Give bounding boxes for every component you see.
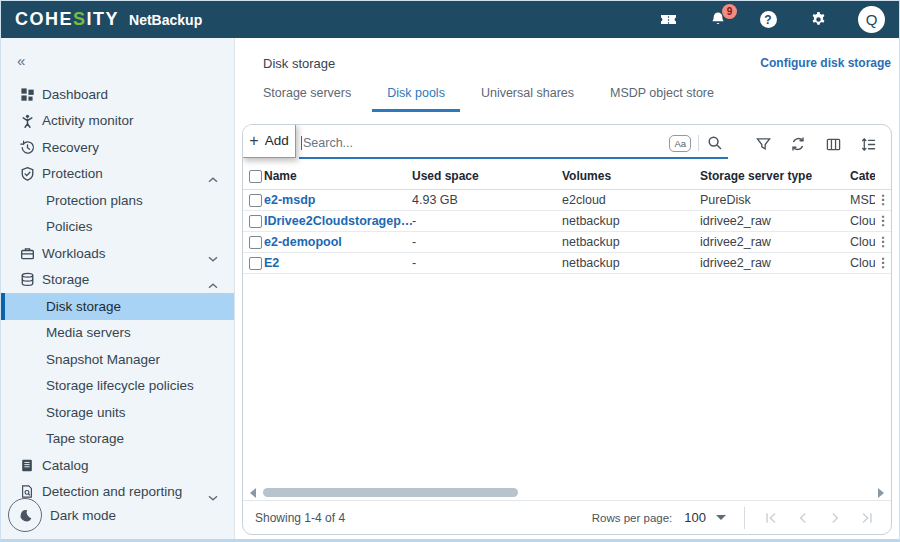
add-button-label: Add (265, 133, 289, 148)
row-menu-icon[interactable] (877, 213, 890, 228)
toolbar-actions (754, 135, 877, 153)
row-checkbox[interactable] (249, 257, 262, 270)
row-menu-icon[interactable] (877, 192, 890, 207)
add-button[interactable]: + Add (242, 124, 296, 158)
dark-mode-toggle[interactable]: Dark mode (8, 498, 116, 532)
settings-gear-icon[interactable] (808, 10, 828, 30)
sidebar-item-media-servers[interactable]: Media servers (1, 320, 234, 347)
sidebar-item-storage[interactable]: Storage (1, 267, 234, 294)
search-icon[interactable] (706, 134, 724, 152)
row-checkbox[interactable] (249, 236, 262, 249)
help-question-glyph: ? (760, 11, 777, 28)
last-page-icon[interactable] (855, 506, 879, 530)
disk-pool-name-link[interactable]: IDrivee2Cloudstoragep… (264, 214, 412, 228)
column-header-category[interactable]: Categ (850, 169, 875, 183)
brand-suffix: ITY (87, 9, 120, 29)
row-checkbox[interactable] (249, 194, 262, 207)
scroll-right-arrow-icon[interactable] (875, 487, 887, 499)
notifications-bell-icon[interactable]: 9 (708, 10, 728, 30)
volumes-cell: e2cloud (562, 193, 700, 207)
text-caret (301, 136, 302, 150)
tab-disk-pools[interactable]: Disk pools (372, 86, 460, 112)
pager (759, 506, 879, 530)
row-checkbox[interactable] (249, 215, 262, 228)
disk-pool-name-link[interactable]: e2-msdp (264, 193, 315, 207)
help-icon[interactable]: ? (758, 10, 778, 30)
configure-disk-storage-link[interactable]: Configure disk storage (760, 56, 891, 70)
pagination-controls: Rows per page: 100 (592, 506, 879, 530)
scrollbar-track[interactable] (263, 488, 871, 497)
tab-storage-servers[interactable]: Storage servers (248, 86, 366, 112)
caret-down-icon (716, 515, 726, 520)
next-page-icon[interactable] (823, 506, 847, 530)
filter-icon[interactable] (754, 135, 772, 153)
used-space-cell: - (412, 214, 562, 228)
tab-universal-shares[interactable]: Universal shares (466, 86, 589, 112)
disk-pools-table-card: + Add Aa (242, 124, 892, 535)
sidebar-item-protection-plans[interactable]: Protection plans (1, 187, 234, 214)
refresh-icon[interactable] (789, 135, 807, 153)
scroll-left-arrow-icon[interactable] (247, 487, 259, 499)
category-cell: Clou (850, 235, 875, 249)
sidebar-item-recovery[interactable]: Recovery (1, 134, 234, 161)
sidebar-item-storage-units[interactable]: Storage units (1, 399, 234, 426)
sidebar-collapse-button[interactable]: « (17, 52, 37, 69)
moon-icon (8, 498, 42, 532)
server-type-cell: idrivee2_raw (700, 235, 850, 249)
sidebar-item-label: Activity monitor (42, 113, 134, 128)
used-space-cell: 4.93 GB (412, 193, 562, 207)
notification-count-badge: 9 (722, 4, 737, 19)
rows-per-page-select[interactable]: 100 (684, 510, 726, 525)
tab-bar: Storage servers Disk pools Universal sha… (235, 82, 899, 112)
sidebar-item-tape-storage[interactable]: Tape storage (1, 426, 234, 453)
sidebar-item-storage-lifecycle-policies[interactable]: Storage lifecycle policies (1, 373, 234, 400)
chevron-up-icon (208, 277, 218, 292)
scrollbar-thumb[interactable] (263, 488, 518, 497)
select-all-checkbox[interactable] (249, 170, 262, 183)
sidebar-item-dashboard[interactable]: Dashboard (1, 81, 234, 108)
disk-pool-name-link[interactable]: E2 (264, 256, 279, 270)
sidebar-item-snapshot-manager[interactable]: Snapshot Manager (1, 346, 234, 373)
sidebar-item-protection[interactable]: Protection (1, 161, 234, 188)
category-cell: Clou (850, 214, 875, 228)
sidebar-item-label: Storage lifecycle policies (46, 378, 194, 393)
search-input[interactable] (303, 136, 669, 150)
disk-pool-name-link[interactable]: e2-demopool (264, 235, 342, 249)
column-header-used-space[interactable]: Used space (412, 169, 562, 183)
sidebar-item-disk-storage[interactable]: Disk storage (1, 293, 234, 320)
sidebar-item-label: Detection and reporting (42, 484, 182, 499)
columns-icon[interactable] (824, 135, 842, 153)
showing-count: Showing 1-4 of 4 (255, 511, 345, 525)
sidebar-item-workloads[interactable]: Workloads (1, 240, 234, 267)
column-header-name[interactable]: Name (264, 169, 412, 183)
row-menu-icon[interactable] (877, 234, 890, 249)
user-avatar[interactable]: Q (858, 6, 885, 33)
rows-per-page-value: 100 (684, 510, 706, 525)
horizontal-scrollbar (243, 485, 891, 501)
disk-pools-table: Name Used space Volumes Storage server t… (243, 163, 891, 274)
table-empty-space (243, 274, 891, 485)
previous-page-icon[interactable] (791, 506, 815, 530)
activity-monitor-icon (19, 113, 35, 129)
row-menu-icon[interactable] (877, 255, 890, 270)
category-cell: MSD (850, 193, 875, 207)
sidebar-item-activity-monitor[interactable]: Activity monitor (1, 108, 234, 135)
table-row: E2 - netbackup idrivee2_raw Clou (243, 253, 891, 274)
topbar-actions: 9 ? Q (658, 6, 885, 33)
dark-mode-label: Dark mode (50, 508, 116, 523)
column-header-volumes[interactable]: Volumes (562, 169, 700, 183)
sidebar-item-policies[interactable]: Policies (1, 214, 234, 241)
rows-per-page-label: Rows per page: (592, 512, 673, 524)
divider (698, 135, 699, 151)
row-density-icon[interactable] (859, 135, 877, 153)
first-page-icon[interactable] (759, 506, 783, 530)
tab-msdp-object-store[interactable]: MSDP object store (595, 86, 729, 112)
table-row: IDrivee2Cloudstoragep… - netbackup idriv… (243, 211, 891, 232)
column-header-storage-server-type[interactable]: Storage server type (700, 169, 850, 183)
workloads-briefcase-icon (19, 245, 35, 261)
sidebar-item-catalog[interactable]: Catalog (1, 452, 234, 479)
sidebar-item-label: Dashboard (42, 87, 108, 102)
match-case-icon[interactable]: Aa (669, 135, 691, 152)
support-ticket-icon[interactable] (658, 10, 678, 30)
sidebar-item-label: Workloads (42, 246, 106, 261)
